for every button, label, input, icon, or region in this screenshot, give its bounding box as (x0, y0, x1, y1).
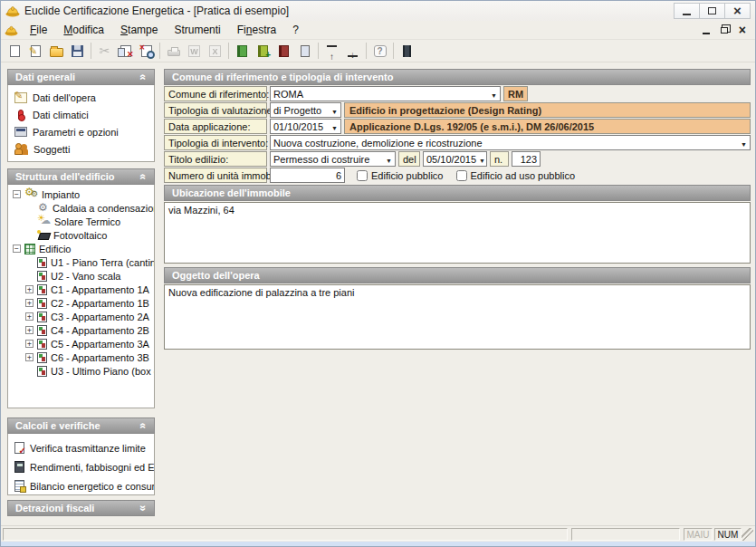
panel-title: Calcoli e verifiche (15, 420, 100, 431)
expand-panels-button[interactable] (342, 42, 363, 61)
main-form: Comune di riferimento e tipologia di int… (164, 69, 751, 350)
expander-plus-icon[interactable]: + (25, 340, 33, 348)
row-titolo-edilizio: Titolo edilizio: Permesso di costruire d… (164, 151, 751, 167)
tree-item-impianto[interactable]: −Impianto (8, 187, 154, 201)
section-header-oggetto: Oggetto dell'opera (164, 267, 751, 283)
toolbar-separator (159, 43, 160, 59)
collapse-panels-button[interactable] (321, 42, 342, 61)
chevron-up-icon[interactable] (139, 74, 148, 81)
tree-item-solare-termico[interactable]: Solare Termico (8, 215, 154, 228)
menu-file[interactable]: File (22, 22, 55, 38)
save-button[interactable] (67, 42, 88, 61)
expander-plus-icon[interactable]: + (25, 299, 33, 307)
open-icon (50, 48, 63, 57)
titolo-data-combobox[interactable]: 05/10/2015 (423, 151, 487, 167)
mdi-close-button[interactable] (739, 22, 746, 38)
chevron-up-icon[interactable] (139, 423, 148, 429)
chevron-down-icon (329, 105, 338, 116)
expander-minus-icon[interactable]: − (13, 190, 21, 198)
open-button[interactable] (46, 42, 67, 61)
tree-item-c6-appartamento-3b[interactable]: +C6 - Appartamento 3B (8, 350, 154, 364)
menu-stampe[interactable]: Stampe (112, 22, 166, 38)
replace-document-button[interactable] (115, 42, 136, 61)
mdi-minimize-button[interactable] (703, 33, 710, 34)
sidebar-item-soggetti[interactable]: Soggetti (8, 140, 154, 158)
exit-button[interactable] (397, 42, 417, 61)
close-button[interactable] (724, 3, 751, 19)
panel-header-calcoli-verifiche[interactable]: Calcoli e verifiche (7, 417, 155, 434)
window-title: Euclide Certificazione Energetica - [Pra… (24, 5, 289, 17)
tree-item-edificio[interactable]: −Edificio (8, 242, 154, 255)
edificio-pubblico-checkbox[interactable]: Edificio pubblico (357, 168, 444, 183)
unita-label: Numero di unità immobiliari: (164, 168, 267, 183)
minimize-button[interactable] (674, 3, 700, 19)
panel-header-detrazioni-fiscali[interactable]: Detrazioni fiscali (7, 500, 155, 516)
sidebar-item-bilancio-energetico-e-consumi[interactable]: Bilancio energetico e consumi (8, 476, 154, 495)
sidebar-item-parametri-e-opzioni[interactable]: Parametri e opzioni (8, 123, 154, 140)
duplicate-archive-button[interactable] (294, 42, 315, 61)
expander-plus-icon[interactable]: + (25, 285, 33, 293)
titolo-edilizio-combobox[interactable]: Permesso di costruire (270, 151, 396, 167)
menu-help[interactable]: ? (284, 22, 307, 38)
tree-item-c4-appartamento-2b[interactable]: +C4 - Appartamento 2B (8, 323, 154, 337)
maximize-button[interactable] (699, 3, 725, 19)
sidebar-item-dati-dell-opera[interactable]: Dati dell'opera (8, 89, 154, 106)
import-archive-button[interactable] (232, 42, 253, 61)
edit-document-icon (31, 45, 41, 57)
tree-item-c2-appartamento-1b[interactable]: +C2 - Appartamento 1B (8, 296, 154, 310)
gears-icon (24, 188, 38, 200)
edificio-pubblico-checkbox-input[interactable] (357, 170, 368, 181)
oggetto-textarea[interactable]: Nuova edificazione di palazzina a tre pi… (164, 284, 751, 350)
tree-item-u2-vano-scala[interactable]: U2 - Vano scala (8, 269, 154, 283)
help-button[interactable]: ? (369, 42, 390, 61)
unit-icon (37, 352, 47, 363)
panel-struttura-edificio: Struttura dell'edificio −ImpiantoCaldaia… (7, 168, 155, 408)
sidebar-item-verifica-trasmittanze-limite[interactable]: Verifica trasmittanze limite (8, 438, 154, 457)
expander-minus-icon[interactable]: − (13, 245, 21, 253)
provincia-box: RM (503, 86, 528, 101)
delete-archive-button[interactable] (273, 42, 294, 61)
tree-item-caldaia-a-condensazione[interactable]: Caldaia a condensazione (8, 201, 154, 215)
tree-item-fotovoltaico[interactable]: Fotovoltaico (8, 228, 154, 242)
chevron-down-icon (488, 89, 497, 100)
menu-strumenti[interactable]: Strumenti (166, 22, 228, 38)
expander-plus-icon[interactable]: + (25, 326, 33, 334)
panel-header-dati-generali[interactable]: Dati generali (7, 69, 155, 85)
expander-plus-icon[interactable]: + (25, 312, 33, 321)
expander-plus-icon[interactable]: + (25, 353, 33, 361)
tipologia-intervento-combobox[interactable]: Nuova costruzione, demolizione e ricostr… (270, 135, 751, 150)
new-document-button[interactable] (5, 42, 25, 61)
edit-document-button[interactable] (25, 42, 46, 61)
tree-item-c5-appartamento-3a[interactable]: +C5 - Appartamento 3A (8, 337, 154, 350)
sidebar-item-label: Bilancio energetico e consumi (30, 481, 155, 492)
new-document-icon (10, 45, 20, 57)
tipologia-valutazione-combobox[interactable]: di Progetto (270, 102, 341, 118)
tree-item-c3-appartamento-2a[interactable]: +C3 - Appartamento 2A (8, 310, 154, 323)
edificio-uso-pubblico-checkbox-input[interactable] (456, 170, 467, 181)
resize-grip[interactable] (742, 528, 753, 541)
section-title: Comune di riferimento e tipologia di int… (172, 72, 393, 82)
tree-item-u3-ultimo-piano-box-e-rip[interactable]: U3 - Ultimo Piano (box e rip (8, 364, 154, 378)
caps-lock-indicator: MAIU (684, 528, 713, 541)
tree-item-u1-piano-terra-cantine-e[interactable]: U1 - Piano Terra (cantine e (8, 255, 154, 269)
sidebar-item-rendimenti-fabbisogni-ed-ep[interactable]: Rendimenti, fabbisogni ed EP (8, 457, 154, 476)
notes-icon (14, 92, 27, 103)
unita-input[interactable] (270, 168, 345, 183)
mdi-controls (703, 22, 755, 38)
mdi-restore-button[interactable] (721, 27, 728, 34)
comune-combobox[interactable]: ROMA (270, 86, 501, 101)
collapse-panels-icon (327, 45, 337, 57)
sidebar-item-dati-climatici[interactable]: Dati climatici (8, 106, 154, 123)
chevron-up-icon[interactable] (139, 174, 148, 180)
ubicazione-textarea[interactable]: via Mazzini, 64 (164, 202, 751, 264)
data-applicazione-combobox[interactable]: 01/10/2015 (270, 119, 341, 134)
find-document-button[interactable] (136, 42, 157, 61)
add-archive-button[interactable] (253, 42, 273, 61)
menu-finestra[interactable]: Finestra (229, 22, 284, 38)
menu-modifica[interactable]: Modifica (55, 22, 112, 38)
panel-header-struttura-edificio[interactable]: Struttura dell'edificio (7, 168, 155, 185)
tree-item-c1-appartamento-1a[interactable]: +C1 - Appartamento 1A (8, 283, 154, 296)
chevron-down-icon[interactable] (139, 505, 148, 512)
numero-titolo-input[interactable] (512, 151, 541, 167)
edificio-uso-pubblico-checkbox[interactable]: Edificio ad uso pubblico (456, 168, 576, 183)
